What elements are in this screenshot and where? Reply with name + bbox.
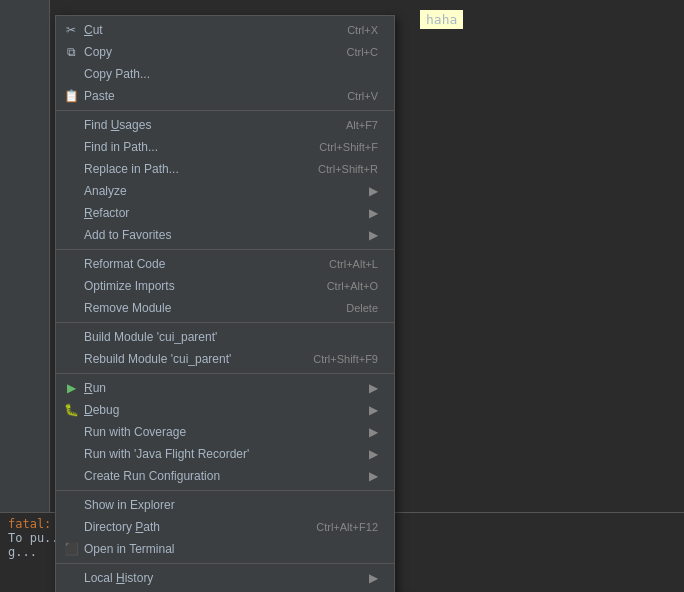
menu-item-create-run-config[interactable]: Create Run Configuration ▶ [56, 465, 394, 487]
run-java-recorder-label: Run with 'Java Flight Recorder' [84, 447, 361, 461]
run-label: Run [84, 381, 361, 395]
menu-item-show-explorer[interactable]: Show in Explorer [56, 494, 394, 516]
copy-icon: ⧉ [62, 45, 80, 59]
add-favorites-label: Add to Favorites [84, 228, 361, 242]
analyze-label: Analyze [84, 184, 361, 198]
debug-icon: 🐛 [62, 403, 80, 417]
find-usages-label: Find Usages [84, 118, 316, 132]
replace-in-path-shortcut: Ctrl+Shift+R [318, 163, 378, 175]
local-history-label: Local History [84, 571, 361, 585]
remove-module-label: Remove Module [84, 301, 316, 315]
sidebar [0, 0, 50, 592]
separator-3 [56, 322, 394, 323]
terminal-icon: ⬛ [62, 542, 80, 556]
run-coverage-label: Run with Coverage [84, 425, 361, 439]
menu-item-analyze[interactable]: Analyze ▶ [56, 180, 394, 202]
editor-content: haha [420, 10, 463, 29]
editor-text: haha [426, 12, 457, 27]
paste-label: Paste [84, 89, 317, 103]
copy-path-label: Copy Path... [84, 67, 378, 81]
run-icon: ▶ [62, 381, 80, 395]
open-terminal-label: Open in Terminal [84, 542, 378, 556]
separator-4 [56, 373, 394, 374]
menu-item-replace-in-path[interactable]: Replace in Path... Ctrl+Shift+R [56, 158, 394, 180]
rebuild-module-shortcut: Ctrl+Shift+F9 [313, 353, 378, 365]
find-usages-shortcut: Alt+F7 [346, 119, 378, 131]
cut-icon: ✂ [62, 23, 80, 37]
context-menu: ✂ Cut Ctrl+X ⧉ Copy Ctrl+C Copy Path... … [55, 15, 395, 592]
cut-label: Cut [84, 23, 317, 37]
run-config-arrow: ▶ [369, 469, 378, 483]
menu-item-refactor[interactable]: Refactor ▶ [56, 202, 394, 224]
menu-item-build-module[interactable]: Build Module 'cui_parent' [56, 326, 394, 348]
menu-item-copy-path[interactable]: Copy Path... [56, 63, 394, 85]
menu-item-reformat[interactable]: Reformat Code Ctrl+Alt+L [56, 253, 394, 275]
coverage-arrow: ▶ [369, 425, 378, 439]
cut-shortcut: Ctrl+X [347, 24, 378, 36]
menu-item-copy[interactable]: ⧉ Copy Ctrl+C [56, 41, 394, 63]
debug-arrow: ▶ [369, 403, 378, 417]
java-recorder-arrow: ▶ [369, 447, 378, 461]
create-run-config-label: Create Run Configuration [84, 469, 361, 483]
reformat-label: Reformat Code [84, 257, 299, 271]
menu-item-add-favorites[interactable]: Add to Favorites ▶ [56, 224, 394, 246]
remove-module-shortcut: Delete [346, 302, 378, 314]
menu-item-paste[interactable]: 📋 Paste Ctrl+V [56, 85, 394, 107]
refactor-label: Refactor [84, 206, 361, 220]
menu-item-optimize-imports[interactable]: Optimize Imports Ctrl+Alt+O [56, 275, 394, 297]
menu-item-find-in-path[interactable]: Find in Path... Ctrl+Shift+F [56, 136, 394, 158]
directory-path-shortcut: Ctrl+Alt+F12 [316, 521, 378, 533]
separator-6 [56, 563, 394, 564]
menu-item-run-coverage[interactable]: Run with Coverage ▶ [56, 421, 394, 443]
optimize-imports-label: Optimize Imports [84, 279, 297, 293]
find-in-path-label: Find in Path... [84, 140, 289, 154]
separator-1 [56, 110, 394, 111]
rebuild-module-label: Rebuild Module 'cui_parent' [84, 352, 283, 366]
menu-item-cut[interactable]: ✂ Cut Ctrl+X [56, 19, 394, 41]
favorites-arrow: ▶ [369, 228, 378, 242]
paste-icon: 📋 [62, 89, 80, 103]
menu-item-run[interactable]: ▶ Run ▶ [56, 377, 394, 399]
menu-item-local-history[interactable]: Local History ▶ [56, 567, 394, 589]
show-explorer-label: Show in Explorer [84, 498, 378, 512]
build-module-label: Build Module 'cui_parent' [84, 330, 378, 344]
paste-shortcut: Ctrl+V [347, 90, 378, 102]
menu-item-remove-module[interactable]: Remove Module Delete [56, 297, 394, 319]
menu-item-directory-path[interactable]: Directory Path Ctrl+Alt+F12 [56, 516, 394, 538]
replace-in-path-label: Replace in Path... [84, 162, 288, 176]
optimize-imports-shortcut: Ctrl+Alt+O [327, 280, 378, 292]
separator-5 [56, 490, 394, 491]
menu-item-run-java-recorder[interactable]: Run with 'Java Flight Recorder' ▶ [56, 443, 394, 465]
copy-label: Copy [84, 45, 317, 59]
local-history-arrow: ▶ [369, 571, 378, 585]
analyze-arrow: ▶ [369, 184, 378, 198]
separator-2 [56, 249, 394, 250]
reformat-shortcut: Ctrl+Alt+L [329, 258, 378, 270]
directory-path-label: Directory Path [84, 520, 286, 534]
menu-item-open-terminal[interactable]: ⬛ Open in Terminal [56, 538, 394, 560]
run-arrow: ▶ [369, 381, 378, 395]
menu-item-debug[interactable]: 🐛 Debug ▶ [56, 399, 394, 421]
find-in-path-shortcut: Ctrl+Shift+F [319, 141, 378, 153]
debug-label: Debug [84, 403, 361, 417]
refactor-arrow: ▶ [369, 206, 378, 220]
menu-item-rebuild-module[interactable]: Rebuild Module 'cui_parent' Ctrl+Shift+F… [56, 348, 394, 370]
copy-shortcut: Ctrl+C [347, 46, 378, 58]
menu-item-find-usages[interactable]: Find Usages Alt+F7 [56, 114, 394, 136]
